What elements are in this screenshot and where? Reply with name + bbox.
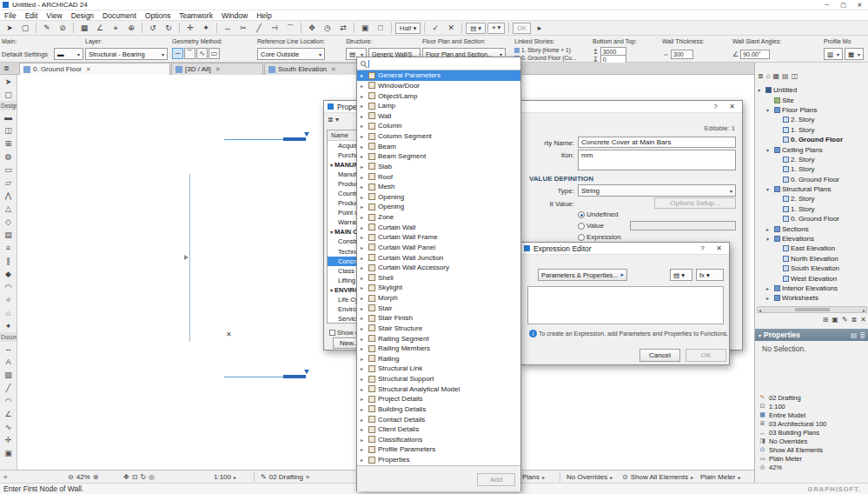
popup-item[interactable]: Roof [357,171,520,182]
maximize-button[interactable]: ▢ [835,2,851,9]
camera-tool-icon[interactable]: ▣ [0,446,17,459]
tree-chevron-icon[interactable] [766,226,772,232]
tree-item-story-2[interactable]: 2. Story [755,155,868,164]
expand-chevron-icon[interactable] [361,437,366,443]
popup-item[interactable]: Properties [357,455,520,465]
tree-item-story-2[interactable]: 2. Story [755,194,868,204]
tree-item-story-1[interactable]: 1. Story [755,204,868,214]
nav-clone-icon[interactable]: ▣ [832,316,838,324]
mirror-icon[interactable]: ⇄ [336,22,350,34]
close-dialog-button[interactable]: ✕ [712,244,726,252]
tree-chevron-icon[interactable] [766,236,772,242]
confirm-icon[interactable]: ✓ [428,22,442,34]
expand-chevron-icon[interactable] [361,315,366,321]
property-name-field[interactable]: Concrete Cover at Main Bars [578,137,736,148]
operator-menu-button[interactable]: ▤ ▾ [670,269,692,281]
renovation-value[interactable]: Show All Elements [631,473,688,481]
cancel-input-icon[interactable]: ✕ [444,22,458,34]
tree-item-south-elevation[interactable]: South Elevation [755,264,868,273]
expand-chevron-icon[interactable] [361,103,366,109]
tree-item-interior-elevations[interactable]: Interior Elevations [755,284,868,293]
popup-item[interactable]: Wall [357,111,520,122]
tree-chevron-icon[interactable] [766,285,772,291]
tree-item-north-elevation[interactable]: North Elevation [755,254,868,264]
menu-item[interactable]: Edit [21,11,43,20]
shell-tool-icon[interactable]: ◠ [0,280,17,293]
tree-chevron-icon[interactable] [766,147,772,153]
line-tool-icon[interactable]: ╱ [0,381,17,394]
expand-chevron-icon[interactable] [361,204,366,210]
arrow-tool-icon[interactable]: ➤ [3,22,17,34]
functions-menu-button[interactable]: fx ▾ [696,269,724,281]
help-button[interactable]: ? [696,244,709,252]
expand-chevron-icon[interactable] [361,133,366,139]
quick-option-pen-set[interactable]: ✎02 Drafting [755,393,868,402]
expand-chevron-icon[interactable] [361,356,366,362]
tree-item-story-2[interactable]: 2. Story [755,115,868,124]
expand-chevron-icon[interactable] [361,336,366,342]
popup-item[interactable]: Beam [357,141,520,151]
wall-default-settings-button[interactable]: ▬▾ [54,48,83,60]
expand-chevron-icon[interactable] [361,83,366,89]
polyline-tool-icon[interactable]: ∠ [0,407,17,420]
parameter-search-input[interactable] [372,60,517,68]
value-field[interactable] [630,221,736,230]
reference-line-combo[interactable]: Core Outside▾ [257,48,325,60]
popup-item[interactable]: Curtain Wall Panel [357,243,520,253]
popup-item[interactable]: Mesh [357,182,520,192]
menu-item[interactable]: Document [98,11,141,20]
scroll-left-icon[interactable]: ◂ [759,307,761,313]
layer-combination-group[interactable]: Plans [522,471,545,483]
expression-editor-titlebar[interactable]: Expression Editor ? ✕ [520,243,729,255]
coordinates-button[interactable]: ⌖ ▾ [487,23,505,34]
pen-set-value[interactable]: 02 Drafting [269,473,303,481]
radio-icon[interactable] [578,234,585,241]
popup-item[interactable]: Column Segment [357,131,520,142]
expand-chevron-icon[interactable] [361,244,366,250]
close-dialog-button[interactable]: ✕ [726,103,739,110]
profile-modifier-button[interactable]: ▥▾ [824,48,843,60]
expression-textarea[interactable] [527,286,724,324]
marquee-tool-icon[interactable]: ▢ [0,88,17,101]
expand-chevron-icon[interactable] [361,406,366,412]
tree-horizontal-scrollbar[interactable]: ◂▸ [757,306,867,313]
popup-item[interactable]: Structural Support [357,374,520,384]
expand-chevron-icon[interactable] [361,275,366,281]
popup-item[interactable]: Stair Finish [357,313,520,324]
minimize-button[interactable]: ─ [818,2,835,9]
nav-settings-icon[interactable]: ≣ [851,316,858,324]
list-view-icon[interactable]: ≣ ▾ [328,116,339,124]
popup-item[interactable]: Curtain Wall Junction [357,252,520,263]
popup-item[interactable]: Structural Analytical Model [357,384,520,394]
mesh-tool-icon[interactable]: △ [0,202,17,215]
add-button[interactable]: Add [477,473,515,486]
popup-item[interactable]: Lamp [357,101,520,111]
navigator-menu-icon[interactable]: ≣ [758,72,764,80]
parameters-properties-button[interactable]: Parameters & Properties...▸ [538,269,627,281]
slant-field[interactable]: 90.00° [740,50,770,59]
popup-item[interactable]: Railing [357,354,520,364]
menu-item[interactable]: Teamwork [175,11,217,20]
popup-item[interactable]: Project Details [357,394,520,404]
project-map-icon[interactable]: ⌂ [766,72,771,80]
thickness-field[interactable]: 300 [671,50,693,59]
expand-chevron-icon[interactable] [361,113,366,119]
rotate-icon[interactable]: ◷ [321,22,335,34]
spline-tool-icon[interactable]: ∿ [0,420,17,433]
popup-item[interactable]: Railing Segment [357,333,520,344]
geometry-rectangle-button[interactable]: ▭ [209,48,220,59]
tree-item-story-1[interactable]: 1. Story [755,125,868,135]
tree-chevron-icon[interactable] [758,87,764,93]
close-button[interactable]: ✕ [851,2,868,9]
tree-item-ceiling-plans[interactable]: Ceiling Plans [755,144,868,154]
quick-option-measure-unit[interactable]: ▭Plain Meter [755,454,868,463]
dimension-tool-icon[interactable]: ↔ [0,342,17,355]
object-tool-icon[interactable]: ⌂ [0,306,17,319]
scrollbar-thumb[interactable] [795,308,830,311]
tree-item-story-1[interactable]: 1. Story [755,164,868,174]
expand-chevron-icon[interactable] [361,446,366,452]
expand-chevron-icon[interactable] [361,234,366,240]
redo-icon[interactable]: ↻ [162,22,176,34]
properties-menu-icon[interactable]: ≣ [859,331,865,339]
curtain-wall-tool-icon[interactable]: ▤ [0,228,17,241]
